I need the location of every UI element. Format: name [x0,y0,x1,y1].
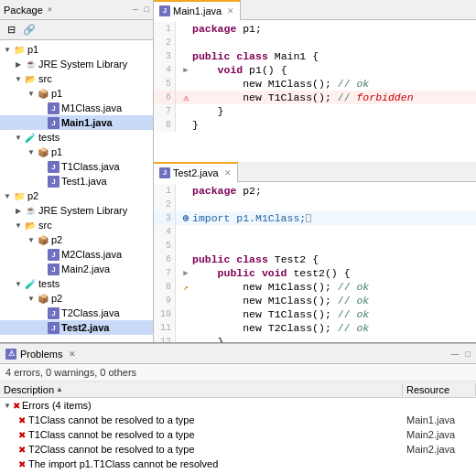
arrow-p2[interactable]: ▼ [2,192,13,200]
src-icon-2: 📂 [24,219,37,231]
arrow-src2[interactable]: ▼ [13,221,24,230]
prob-desc-3: ✖The import p1.T1Class cannot be resolve… [0,457,403,470]
problems-tab-close[interactable]: ✕ [69,349,76,359]
arrow-src1[interactable]: ▼ [13,75,24,83]
prob-res-3 [403,463,476,465]
tree-item-main1[interactable]: J Main1.java [0,115,153,130]
tree-item-jre1[interactable]: ▶ ☕ JRE System Library [0,57,153,71]
errors-expand-arrow[interactable]: ▼ [4,402,11,410]
col-res-label: Resource [406,384,449,395]
tab-close-main1[interactable]: ✕ [227,6,234,16]
test2-line-4: 4 [154,225,476,239]
problem-row-2[interactable]: ✖T2Class cannot be resolved to a type Ma… [0,442,476,457]
tests-icon-1: 🧪 [24,131,37,144]
test2-line-8: 8 ↗ new M1Class(); // ok [154,280,476,294]
test2-line-9: 9 new M1Class(); // ok [154,294,476,307]
java-icon-main2: J [48,263,60,275]
label-pkg-p1src: p1 [51,88,62,99]
tab-test2[interactable]: J Test2.java ✕ [154,162,238,182]
main1-line-4: 4 ▶ void p1() { [154,63,476,77]
editor-area: J Main1.java ✕ 1 package p1; 2 [154,0,476,342]
link-editor-button[interactable]: 🔗 [21,22,38,38]
tab-close-test2[interactable]: ✕ [224,168,232,177]
test2-content: 1 package p2; 2 3 ⊕ import p1.M1Class; 4 [154,182,476,342]
tree-item-main2[interactable]: J Main2.java [0,262,153,276]
java-icon-t1class: J [48,161,60,173]
java-icon-t2class: J [48,307,60,319]
problem-row-1[interactable]: ✖T1Class cannot be resolved to a type Ma… [0,427,476,442]
errors-group[interactable]: ▼ ✖ Errors (4 items) [0,398,476,413]
prob-res-1: Main2.java [403,428,476,441]
tree-item-p1[interactable]: ▼ 📁 p1 [0,42,153,57]
problem-row-3[interactable]: ✖The import p1.T1Class cannot be resolve… [0,457,476,471]
tree-item-p2[interactable]: ▼ 📁 p2 [0,188,153,203]
tree-item-m2class[interactable]: J M2Class.java [0,247,153,262]
tree-item-tests-p2[interactable]: ▼ 📦 p2 [0,291,153,306]
problems-tab: ⚠ Problems ✕ — □ [0,344,476,364]
main1-tabs: J Main1.java ✕ [154,0,476,20]
minimize-icon[interactable]: — [133,5,137,15]
arrow-jre2[interactable]: ▶ [13,207,24,215]
tree-item-jre2[interactable]: ▶ ☕ JRE System Library [0,203,153,218]
test2-line-6: 6 public class Test2 { [154,253,476,266]
arrow-p1[interactable]: ▼ [2,46,13,54]
label-tests-p1: p1 [51,146,62,157]
arrow-pkg-p1[interactable]: ▼ [26,90,37,98]
problems-minimize[interactable]: — [451,349,460,359]
pkg-icon-tests-p1: 📦 [37,145,49,158]
tree-item-pkg-p2[interactable]: ▼ 📦 p2 [0,232,153,247]
prob-error-icon-0: ✖ [18,415,26,425]
java-icon-test1: J [48,176,60,188]
tree-item-test2[interactable]: J Test2.java [0,320,153,335]
editor-main1: J Main1.java ✕ 1 package p1; 2 [154,0,476,162]
tree-item-tests1[interactable]: ▼ 🧪 tests [0,130,153,145]
test2-line-7: 7 ▶ public void test2() { [154,266,476,280]
col-resource[interactable]: Resource [403,383,476,396]
tab-icon-main1: J [159,5,170,16]
problem-row-0[interactable]: ✖T1Class cannot be resolved to a type Ma… [0,413,476,427]
collapse-marker-7[interactable]: ▶ [183,268,188,278]
problems-tab-label: Problems [20,349,62,360]
java-icon-test2: J [48,322,60,334]
tree-item-t2class[interactable]: J T2Class.java [0,306,153,320]
label-p2: p2 [27,190,38,201]
package-tab-close[interactable]: ✕ [48,5,52,15]
maximize-icon[interactable]: □ [145,5,149,15]
tree-item-m1class[interactable]: J M1Class.java [0,101,153,115]
errors-group-label: Errors (4 items) [22,400,92,411]
tree-item-tests-p1[interactable]: ▼ 📦 p1 [0,145,153,159]
java-icon-m1class: J [48,102,60,114]
col-description[interactable]: Description ▲ [0,383,403,396]
arrow-tests-p1[interactable]: ▼ [26,148,37,156]
collapse-all-button[interactable]: ⊟ [3,22,19,38]
tree-item-src2[interactable]: ▼ 📂 src [0,218,153,232]
tree-item-test1[interactable]: J Test1.java [0,174,153,188]
arrow-tests1[interactable]: ▼ [13,134,24,142]
tests-icon-2: 🧪 [24,277,37,290]
package-tab-label: Package [4,5,43,16]
tree-item-src1[interactable]: ▼ 📂 src [0,71,153,86]
tree-item-t1class[interactable]: J T1Class.java [0,159,153,174]
problems-maximize[interactable]: □ [466,349,471,359]
tree-item-pkg-p1[interactable]: ▼ 📦 p1 [0,86,153,101]
arrow-tests2[interactable]: ▼ [13,280,24,288]
test2-line-11: 11 new T2Class(); // ok [154,321,476,335]
test2-line-5: 5 [154,239,476,253]
errors-icon: ✖ [13,401,20,411]
label-main1: Main1.java [61,117,113,128]
label-pkg-p2src: p2 [51,234,62,245]
main1-line-6: 6 ⚠ new T1Class(); // forbidden [154,91,476,104]
error-marker-6: ⚠ [183,92,189,103]
prob-desc-1: ✖T1Class cannot be resolved to a type [0,428,403,441]
prob-error-icon-2: ✖ [18,445,26,455]
arrow-jre1[interactable]: ▶ [13,60,24,69]
problems-icon: ⚠ [5,349,16,360]
tab-main1[interactable]: J Main1.java ✕ [154,0,241,20]
package-panel: Package ✕ — □ ⊟ 🔗 ▼ 📁 p1 ▶ ☕ JRE System … [0,0,154,342]
arrow-pkg-p2[interactable]: ▼ [26,236,37,244]
arrow-tests-p2[interactable]: ▼ [26,295,37,303]
collapse-marker-4[interactable]: ▶ [183,65,188,75]
problems-summary: 4 errors, 0 warnings, 0 others [0,364,476,382]
project-icon-p2: 📁 [13,189,26,202]
tree-item-tests2[interactable]: ▼ 🧪 tests [0,276,153,291]
